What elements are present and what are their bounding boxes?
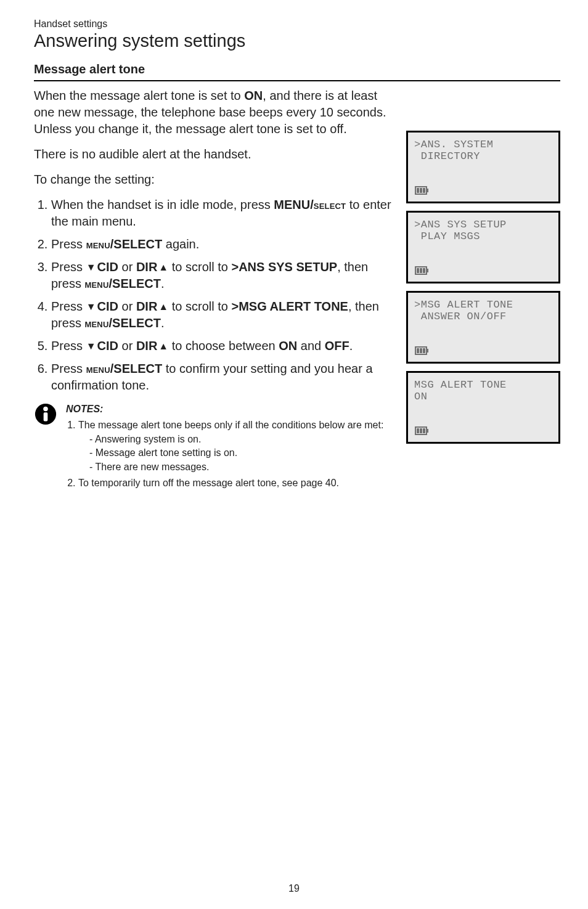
target-label: >ANS SYS SETUP (231, 260, 337, 274)
no-audible-paragraph: There is no audible alert at the handset… (34, 146, 393, 163)
svg-rect-17 (423, 348, 425, 353)
step-text: When the handset is in idle mode, press (51, 198, 274, 211)
cid-label: CID (97, 260, 118, 274)
svg-rect-22 (423, 428, 425, 433)
svg-rect-20 (417, 428, 419, 433)
notes-block: NOTES: The message alert tone beeps only… (34, 402, 393, 492)
svg-rect-21 (420, 428, 422, 433)
target-label: >MSG ALERT TONE (231, 300, 348, 313)
notes-list: The message alert tone beeps only if all… (66, 418, 393, 490)
menu-small-caps: menu (86, 362, 110, 375)
step-text: to scroll to (168, 260, 231, 274)
up-arrow-icon (157, 300, 168, 313)
step-1: When the handset is in idle mode, press … (51, 197, 393, 230)
note-text: The message alert tone beeps only if all… (78, 420, 383, 430)
dir-label: DIR (136, 260, 157, 274)
lcd-line: MSG ALERT TONE (414, 379, 552, 391)
lcd-line: >MSG ALERT TONE (414, 299, 552, 311)
svg-rect-10 (417, 268, 419, 273)
select-label: /SELECT (109, 316, 161, 330)
step-text: Press (51, 300, 86, 313)
select-small-caps: select (314, 198, 346, 211)
svg-rect-4 (427, 189, 428, 192)
info-icon (34, 402, 57, 492)
battery-icon (414, 184, 552, 197)
select-label: /SELECT (109, 277, 161, 290)
svg-rect-15 (417, 348, 419, 353)
battery-icon (414, 344, 552, 357)
off-label: OFF (325, 339, 349, 353)
dir-label: DIR (136, 300, 157, 313)
up-arrow-icon (157, 339, 168, 353)
svg-rect-6 (420, 188, 422, 193)
step-text: to scroll to (168, 300, 231, 313)
step-text: . (349, 339, 353, 353)
step-text: or (118, 300, 136, 313)
down-arrow-icon (86, 339, 97, 353)
svg-rect-7 (423, 188, 425, 193)
svg-rect-2 (44, 412, 48, 421)
page-title: Answering system settings (34, 31, 560, 51)
page-number: 19 (0, 883, 588, 894)
svg-rect-12 (423, 268, 425, 273)
svg-point-1 (43, 407, 48, 412)
svg-rect-14 (427, 349, 428, 353)
on-label: ON (279, 339, 297, 353)
step-text: or (118, 339, 136, 353)
note-item: The message alert tone beeps only if all… (78, 418, 393, 474)
cid-label: CID (97, 300, 118, 313)
lcd-line: >ANS SYS SETUP (414, 219, 552, 230)
down-arrow-icon (86, 260, 97, 274)
lcd-screen-4: MSG ALERT TONE ON (406, 371, 560, 444)
lcd-line: PLAY MSGS (414, 230, 552, 242)
step-2: Press menu/SELECT again. (51, 236, 393, 253)
step-6: Press menu/SELECT to confirm your settin… (51, 361, 393, 394)
svg-rect-11 (420, 268, 422, 273)
menu-small-caps: menu (86, 238, 110, 251)
select-label: /SELECT (110, 362, 162, 375)
step-4: Press CID or DIR to scroll to >MSG ALERT… (51, 298, 393, 332)
steps-list: When the handset is in idle mode, press … (34, 197, 393, 394)
intro-paragraph: When the message alert tone is set to ON… (34, 88, 393, 137)
step-text: Press (51, 237, 86, 251)
step-text: and (297, 339, 324, 353)
svg-rect-16 (420, 348, 422, 353)
on-literal: ON (244, 89, 263, 102)
lcd-line: ON (414, 391, 552, 402)
step-text: Press (51, 260, 86, 274)
cid-label: CID (97, 339, 118, 353)
step-text: Press (51, 362, 86, 375)
breadcrumb: Handset settings (34, 18, 560, 30)
menu-small-caps: menu (84, 277, 108, 290)
up-arrow-icon (157, 260, 168, 274)
lcd-line: ANSWER ON/OFF (414, 311, 552, 322)
lcd-screen-1: >ANS. SYSTEM DIRECTORY (406, 131, 560, 203)
svg-rect-19 (427, 429, 428, 433)
step-5: Press CID or DIR to choose between ON an… (51, 338, 393, 354)
lcd-screen-2: >ANS SYS SETUP PLAY MSGS (406, 211, 560, 283)
battery-icon (414, 264, 552, 277)
battery-icon (414, 425, 552, 437)
menu-label: MENU/ (274, 198, 313, 211)
condition: Answering system is on. (89, 433, 393, 446)
notes-heading: NOTES: (66, 402, 393, 416)
note-item: To temporarily turn off the message aler… (78, 476, 393, 490)
step-text: to choose between (168, 339, 279, 353)
to-change-paragraph: To change the setting: (34, 171, 393, 188)
svg-rect-5 (417, 188, 419, 193)
lcd-line: >ANS. SYSTEM (414, 139, 552, 150)
condition: There are new messages. (89, 460, 393, 474)
step-text: again. (162, 237, 199, 251)
dir-label: DIR (136, 339, 157, 353)
lcd-screen-3: >MSG ALERT TONE ANSWER ON/OFF (406, 291, 560, 364)
intro-text: When the message alert tone is set to (34, 89, 244, 102)
step-text: or (118, 260, 136, 274)
step-text: . (161, 316, 165, 330)
svg-rect-9 (427, 269, 428, 272)
condition: Message alert tone setting is on. (89, 446, 393, 460)
step-text: Press (51, 339, 86, 353)
section-heading: Message alert tone (34, 62, 560, 81)
step-3: Press CID or DIR to scroll to >ANS SYS S… (51, 259, 393, 292)
lcd-line: DIRECTORY (414, 150, 552, 162)
menu-small-caps: menu (84, 317, 108, 330)
